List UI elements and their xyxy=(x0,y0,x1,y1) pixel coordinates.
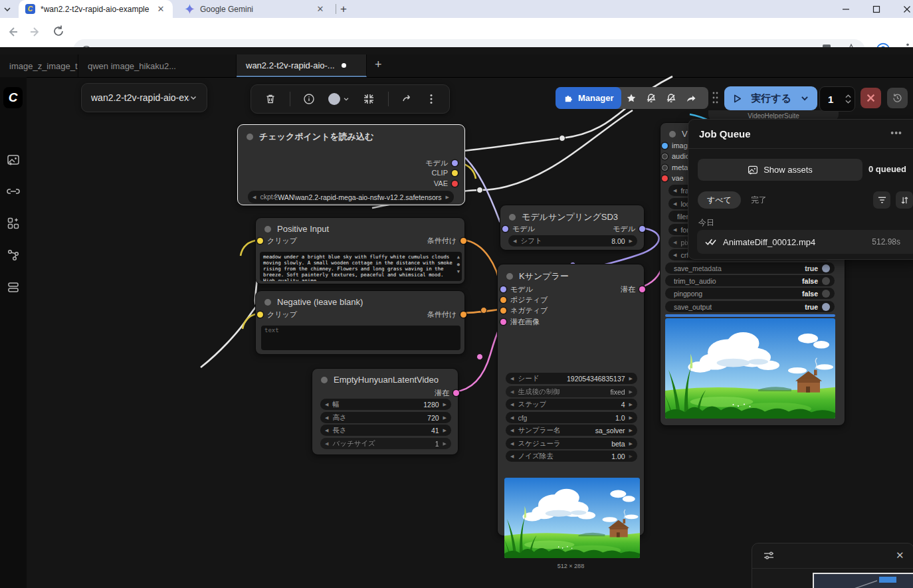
port-dot-model[interactable] xyxy=(500,286,506,292)
comfyui-logo[interactable]: C xyxy=(3,87,23,108)
input-clip[interactable]: クリップ xyxy=(257,236,297,246)
widget-ckpt-name[interactable]: ◀ckpt名 WAN\wan2.2-rapid-mega-aio-nsfw-v1… xyxy=(248,191,454,203)
node-positive-prompt[interactable]: Positive Input クリップ 条件付け meadow under a … xyxy=(255,217,465,284)
forward-icon[interactable] xyxy=(28,25,43,39)
widget-batch-size[interactable]: ◀バッチサイズ1▶ xyxy=(320,438,451,449)
node-header[interactable]: モデルサンプリングSD3 xyxy=(500,205,644,226)
cancel-button[interactable] xyxy=(861,88,881,108)
run-button[interactable]: 実行する xyxy=(724,86,817,110)
input-vae[interactable]: vae xyxy=(662,174,684,182)
widget-sampler-name[interactable]: ◀サンプラー名sa_solver▶ xyxy=(506,425,637,436)
theme-color-picker[interactable] xyxy=(328,93,350,105)
port-dot-latent[interactable] xyxy=(500,319,506,325)
positive-prompt-textarea[interactable]: meadow under a bright blue sky with fluf… xyxy=(260,252,462,281)
output-latent[interactable]: 潜在 xyxy=(435,388,459,398)
port-dot-vae[interactable] xyxy=(452,181,458,187)
video-preview-image[interactable] xyxy=(665,318,835,419)
port-dot-conditioning[interactable] xyxy=(500,308,506,314)
browser-tab-gemini[interactable]: Google Gemini ✕ xyxy=(178,0,332,18)
info-icon[interactable] xyxy=(303,93,315,105)
input-negative[interactable]: ネガティブ xyxy=(500,306,548,316)
node-header[interactable]: チェックポイントを読み込む xyxy=(238,125,464,146)
widget-width[interactable]: ◀幅1280▶ xyxy=(320,399,451,410)
sidebar-assets-icon[interactable] xyxy=(6,153,21,167)
manager-button[interactable]: Manager xyxy=(556,87,621,109)
node-header[interactable]: Negative (leave blank) xyxy=(256,291,464,310)
minimap-settings-icon[interactable] xyxy=(763,549,775,561)
textarea-scroll[interactable]: ▲●▼ xyxy=(457,254,460,275)
stepper-arrows[interactable] xyxy=(845,94,851,104)
toggle-save-output[interactable]: save_outputtrue xyxy=(665,301,835,312)
port-dot-image[interactable] xyxy=(662,143,668,149)
negative-prompt-textarea[interactable]: text xyxy=(261,326,460,350)
collapse-dot[interactable] xyxy=(264,226,271,233)
sidebar-nodes-icon[interactable] xyxy=(6,184,21,199)
port-dot-audio[interactable] xyxy=(662,153,668,159)
node-header[interactable]: Positive Input xyxy=(256,218,464,237)
node-header[interactable]: EmptyHunyuanLatentVideo xyxy=(312,369,458,387)
collapse-dot[interactable] xyxy=(247,134,253,140)
toggle-dot[interactable] xyxy=(822,277,830,285)
window-close-button[interactable] xyxy=(897,3,913,16)
collapse-dot[interactable] xyxy=(264,299,271,306)
widget-length[interactable]: ◀長さ41▶ xyxy=(320,425,451,436)
port-dot-clip[interactable] xyxy=(257,312,263,318)
collapse-dot[interactable] xyxy=(321,377,328,383)
output-conditioning[interactable]: 条件付け xyxy=(427,310,466,320)
job-queue-item[interactable]: AnimateDiff_00012.mp4 512.98s xyxy=(697,230,913,254)
widget-height[interactable]: ◀高さ720▶ xyxy=(320,412,451,423)
output-clip[interactable]: CLIP xyxy=(432,169,458,177)
collapse-dot[interactable] xyxy=(506,273,513,280)
video-seek-bar[interactable] xyxy=(665,314,835,317)
input-audio[interactable]: audio xyxy=(662,152,690,160)
widget-denoise[interactable]: ◀ノイズ除去1.00▶ xyxy=(506,450,637,462)
tab-close-icon[interactable]: ✕ xyxy=(315,4,326,15)
input-model[interactable]: モデル xyxy=(500,284,533,294)
back-icon[interactable] xyxy=(5,25,20,39)
tab-list-chevron-icon[interactable] xyxy=(3,5,12,14)
output-conditioning[interactable]: 条件付け xyxy=(427,236,466,246)
input-clip[interactable]: クリップ xyxy=(257,310,297,320)
minimap-viewport[interactable] xyxy=(813,573,913,588)
notification-bell-icon[interactable] xyxy=(661,93,681,104)
input-positive[interactable]: ポジティブ xyxy=(500,295,548,305)
history-button[interactable] xyxy=(887,88,908,108)
input-latent-image[interactable]: 潜在画像 xyxy=(500,317,540,327)
show-assets-button[interactable]: Show assets xyxy=(698,159,862,181)
fit-view-icon[interactable] xyxy=(363,93,375,105)
ksampler-preview-image[interactable] xyxy=(504,478,640,558)
job-queue-menu-icon[interactable]: ••• xyxy=(890,128,902,138)
widget-seed[interactable]: ◀シード192054346835137▶ xyxy=(506,373,637,384)
run-options-chevron-icon[interactable] xyxy=(800,94,809,103)
port-dot-meta[interactable] xyxy=(662,165,668,171)
port-dot-model[interactable] xyxy=(452,160,458,166)
port-dot-clip[interactable] xyxy=(452,170,458,176)
port-dot-model[interactable] xyxy=(639,226,645,232)
output-latent[interactable]: 潜在 xyxy=(621,284,645,294)
node-header[interactable]: Kサンプラー xyxy=(498,264,644,285)
filter-chip-all[interactable]: すべて xyxy=(698,191,741,209)
port-dot-model[interactable] xyxy=(502,226,508,232)
output-model[interactable]: モデル xyxy=(613,224,645,234)
filter-icon[interactable] xyxy=(873,191,890,209)
redo-icon[interactable] xyxy=(401,93,413,105)
port-dot-conditioning[interactable] xyxy=(460,312,466,318)
minimap-close-icon[interactable]: ✕ xyxy=(896,549,904,561)
toggle-dot[interactable] xyxy=(822,264,830,272)
port-dot-latent[interactable] xyxy=(453,390,459,396)
collapse-dot[interactable] xyxy=(509,214,516,221)
browser-tab-comfyui[interactable]: C *wan2.2-t2v-rapid-aio-example ✕ xyxy=(19,0,173,18)
sort-icon[interactable] xyxy=(896,191,913,209)
sidebar-queue-icon[interactable] xyxy=(6,280,21,294)
filter-chip-completed[interactable]: 完了 xyxy=(742,191,776,209)
reload-icon[interactable] xyxy=(52,25,65,38)
toggle-save-metadata[interactable]: save_metadatatrue xyxy=(665,262,835,274)
output-vae[interactable]: VAE xyxy=(434,179,458,187)
new-tab-button[interactable]: + xyxy=(340,3,347,16)
port-dot-conditioning[interactable] xyxy=(500,297,506,303)
window-minimize-button[interactable] xyxy=(836,3,856,16)
node-ksampler[interactable]: Kサンプラー モデル ポジティブ ネガティブ 潜在画像 潜在 ◀シード19205… xyxy=(497,264,645,536)
notification-bell-icon[interactable] xyxy=(641,93,661,104)
collapse-dot[interactable] xyxy=(669,131,676,138)
widget-steps[interactable]: ◀ステップ4▶ xyxy=(506,399,637,410)
